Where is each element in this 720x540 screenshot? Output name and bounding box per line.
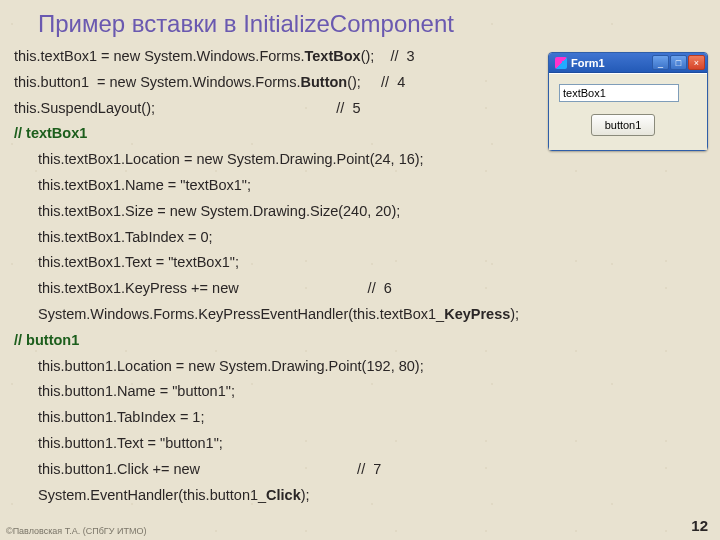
code-text: this.textBox1.Text = "textBox1"; <box>14 250 710 276</box>
code-text: ); <box>301 487 310 503</box>
window-titlebar: Form1 _ □ × <box>549 53 707 73</box>
code-text: this.textBox1.KeyPress += new // 6 <box>14 276 710 302</box>
footer-copyright: ©Павловская Т.А. (СПбГУ ИТМО) <box>6 526 146 536</box>
code-text: System.EventHandler(this.button1_ <box>38 487 266 503</box>
code-bold: KeyPress <box>444 306 510 322</box>
code-text: this.textBox1.Size = new System.Drawing.… <box>14 199 710 225</box>
code-text: this.textBox1.Location = new System.Draw… <box>14 147 710 173</box>
code-bold: Button <box>300 74 347 90</box>
maximize-icon[interactable]: □ <box>670 55 687 70</box>
code-text: ); <box>510 306 519 322</box>
code-text: this.button1.Click += new // 7 <box>14 457 710 483</box>
code-text: this.textBox1.TabIndex = 0; <box>14 225 710 251</box>
code-bold: Click <box>266 487 301 503</box>
slide-title: Пример вставки в InitializeComponent <box>0 0 720 44</box>
code-text: this.button1 = new System.Windows.Forms. <box>14 74 300 90</box>
code-text: this.button1.Location = new System.Drawi… <box>14 354 710 380</box>
code-text: (); // 3 <box>361 48 415 64</box>
textbox1-input[interactable] <box>559 84 679 102</box>
code-text: this.button1.Text = "button1"; <box>14 431 710 457</box>
page-number: 12 <box>691 517 708 534</box>
code-text: System.Windows.Forms.KeyPressEventHandle… <box>38 306 444 322</box>
code-text: this.textBox1 = new System.Windows.Forms… <box>14 48 305 64</box>
code-text: this.button1.TabIndex = 1; <box>14 405 710 431</box>
code-text: (); // 4 <box>347 74 405 90</box>
close-icon[interactable]: × <box>688 55 705 70</box>
window-icon <box>555 57 567 69</box>
button1-button[interactable]: button1 <box>591 114 655 136</box>
window-buttons: _ □ × <box>652 55 705 70</box>
code-text: this.textBox1.Name = "textBox1"; <box>14 173 710 199</box>
code-bold: TextBox <box>305 48 361 64</box>
code-text: this.button1.Name = "button1"; <box>14 379 710 405</box>
minimize-icon[interactable]: _ <box>652 55 669 70</box>
window-client-area: button1 <box>549 73 707 150</box>
form-screenshot: Form1 _ □ × button1 <box>548 52 708 151</box>
code-section-comment: // button1 <box>14 328 710 354</box>
window-title: Form1 <box>571 57 652 69</box>
